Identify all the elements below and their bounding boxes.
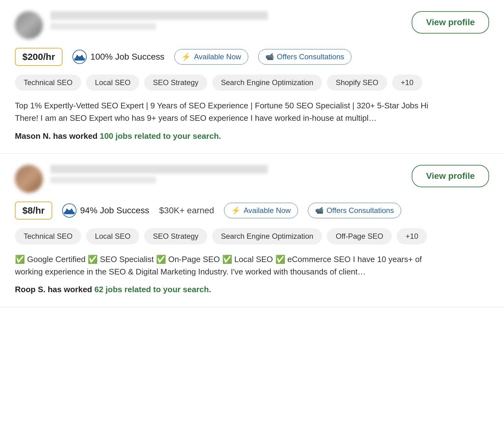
profile-subtitle-blurred [50,23,156,30]
avatar-image [15,11,43,39]
jobs-worked: Roop S. has worked 62 jobs related to yo… [15,285,489,294]
profile-description: Top 1% Expertly-Vetted SEO Expert | 9 Ye… [15,99,450,125]
consultations-text: Offers Consultations [327,206,394,215]
skill-tag: Technical SEO [15,75,81,91]
svg-rect-5 [75,59,85,61]
svg-point-9 [68,210,70,211]
skill-tag: +10 [397,228,427,244]
bolt-icon: ⚡ [231,206,241,215]
jobs-count: 62 jobs [94,285,122,294]
profile-name-blurred [50,165,268,174]
tags-row: Technical SEOLocal SEOSEO StrategySearch… [15,75,489,91]
jobs-count: 100 jobs [100,131,132,141]
metrics-row: $8/hr 94% Job Success $30K+ earned ⚡ Ava… [15,202,489,220]
tags-row: Technical SEOLocal SEOSEO StrategySearch… [15,228,489,244]
offers-consultations-pill: 📹 Offers Consultations [308,203,401,218]
skill-tag: Search Engine Optimization [212,75,322,91]
available-now-text: Available Now [244,206,291,215]
rate-badge: $8/hr [15,202,52,220]
svg-point-3 [79,57,80,58]
jobs-prefix: Roop S. has worked [15,285,94,294]
skill-tag: SEO Strategy [144,75,207,91]
profile-info [50,165,412,183]
profile-card-mason: View profile $200/hr 100% Job Success ⚡ … [0,0,504,154]
video-icon: 📹 [265,53,274,61]
jobs-suffix: related to your search. [132,131,221,141]
profile-subtitle-blurred [50,177,156,183]
jobs-suffix: related to your search. [122,285,211,294]
job-success-text: 100% Job Success [90,52,164,62]
view-profile-button[interactable]: View profile [412,11,489,34]
earned-amount: $30K+ earned [159,206,214,215]
profile-card-roop: View profile $8/hr 94% Job Success $30K+… [0,154,504,307]
rate-badge: $200/hr [15,48,62,66]
avatar [15,165,43,193]
view-profile-button[interactable]: View profile [412,165,489,187]
job-success: 100% Job Success [72,50,164,64]
profile-name-blurred [50,11,268,20]
avatar-image [15,165,43,193]
available-now-pill: ⚡ Available Now [224,203,298,218]
skill-tag: +10 [392,75,422,91]
skill-tag: Technical SEO [15,228,81,244]
crown-icon [62,203,76,218]
offers-consultations-pill: 📹 Offers Consultations [258,49,351,65]
available-now-pill: ⚡ Available Now [174,49,248,65]
profile-left [15,11,412,39]
skill-tag: Off-Page SEO [327,228,392,244]
profile-description: ✅ Google Certified ✅ SEO Specialist ✅ On… [15,253,450,278]
skill-tag: Shopify SEO [327,75,387,91]
metrics-row: $200/hr 100% Job Success ⚡ Available Now… [15,48,489,66]
available-now-text: Available Now [194,52,241,61]
jobs-prefix: Mason N. has worked [15,131,100,141]
skill-tag: Local SEO [86,75,139,91]
jobs-worked: Mason N. has worked 100 jobs related to … [15,131,489,141]
crown-icon [72,50,87,64]
job-success-text: 94% Job Success [80,206,149,215]
consultations-text: Offers Consultations [277,52,344,61]
avatar [15,11,43,39]
profile-left [15,165,412,193]
video-icon: 📹 [315,206,323,215]
skill-tag: SEO Strategy [144,228,207,244]
profile-info [50,11,412,30]
svg-rect-11 [64,213,74,214]
bolt-icon: ⚡ [181,52,191,61]
skill-tag: Local SEO [86,228,139,244]
skill-tag: Search Engine Optimization [212,228,322,244]
card-header: View profile [15,11,489,39]
card-header: View profile [15,165,489,193]
job-success: 94% Job Success [62,203,149,218]
